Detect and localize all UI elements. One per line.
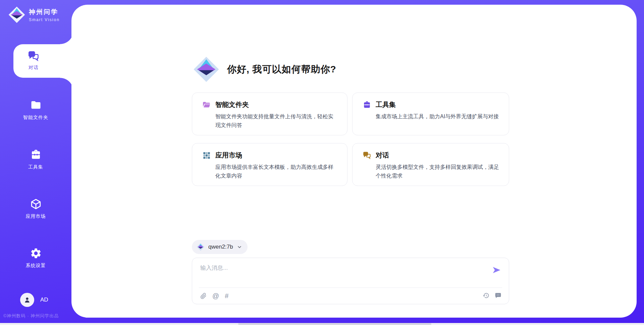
message-composer: @ # (192, 258, 509, 304)
greeting-title: 你好, 我可以如何帮助你? (227, 63, 336, 76)
history-button[interactable] (483, 292, 489, 299)
scrollbar-thumb[interactable] (238, 323, 431, 325)
card-description: 灵活切换多模型文件，支持多样回复效果调试，满足个性化需求 (376, 163, 500, 180)
person-icon (23, 296, 31, 304)
card-description: 集成市场上主流工具，助力AI与外界无缝扩展与对接 (376, 112, 500, 121)
sidebar: 神州问学 Smart Vision 对话 智能文件夹 工具集 应用市场 (0, 0, 71, 325)
feature-cards: 智能文件夹 智能文件夹功能支持批量文件上传与清洗，轻松实现文件问答 工具集 集成… (192, 92, 509, 186)
folder-icon (30, 99, 42, 111)
sidebar-item-label: 工具集 (28, 164, 43, 170)
card-description: 应用市场提供丰富长文本模板，助力高效生成多样化文章内容 (215, 163, 338, 180)
mention-icon: @ (212, 292, 219, 300)
app-logo-icon (8, 6, 25, 23)
send-icon (492, 265, 501, 275)
card-title: 工具集 (376, 100, 396, 109)
conversation-button[interactable] (495, 292, 501, 299)
card-title: 对话 (376, 151, 389, 160)
attachment-button[interactable] (200, 293, 207, 299)
composer-divider (199, 287, 502, 288)
briefcase-icon (363, 101, 371, 109)
topic-button[interactable]: # (225, 292, 228, 300)
send-button[interactable] (491, 265, 501, 275)
card-smart-folders[interactable]: 智能文件夹 智能文件夹功能支持批量文件上传与清洗，轻松实现文件问答 (192, 92, 347, 135)
mention-button[interactable]: @ (212, 292, 219, 300)
sidebar-item-toolset[interactable]: 工具集 (0, 149, 71, 170)
hash-icon: # (225, 292, 228, 300)
model-logo-icon (197, 243, 205, 251)
folder-open-icon (202, 101, 211, 109)
cube-icon (30, 198, 42, 210)
card-toolset[interactable]: 工具集 集成市场上主流工具，助力AI与外界无缝扩展与对接 (352, 92, 509, 135)
model-name: qwen2:7b (208, 244, 233, 250)
sidebar-item-label: 系统设置 (26, 263, 46, 268)
sidebar-item-label: 对话 (13, 65, 54, 71)
sidebar-item-settings[interactable]: 系统设置 (0, 247, 71, 269)
card-chat[interactable]: 对话 灵活切换多模型文件，支持多样回复效果调试，满足个性化需求 (352, 143, 509, 186)
message-input[interactable] (200, 264, 475, 284)
sidebar-item-chat[interactable]: 对话 (13, 44, 73, 78)
main-content: 你好, 我可以如何帮助你? 智能文件夹 智能文件夹功能支持批量文件上传与清洗，轻… (71, 5, 637, 318)
assistant-logo-icon (193, 55, 220, 84)
chat-bubbles-icon (363, 151, 371, 160)
sidebar-item-label: 智能文件夹 (23, 115, 48, 120)
model-selector[interactable]: qwen2:7b (192, 240, 248, 254)
speech-bubble-icon (495, 292, 501, 299)
history-icon (483, 292, 489, 299)
briefcase-icon (30, 149, 42, 161)
gear-icon (30, 247, 42, 259)
chevron-down-icon (237, 244, 242, 250)
user-name: AD (40, 297, 48, 303)
card-app-market[interactable]: 应用市场 应用市场提供丰富长文本模板，助力高效生成多样化文章内容 (192, 143, 347, 186)
card-title: 应用市场 (215, 151, 242, 160)
card-title: 智能文件夹 (215, 100, 249, 109)
copyright-text: ©神州数码 · 神州问学出品 (3, 313, 59, 319)
app-logo: 神州问学 Smart Vision (8, 6, 60, 23)
paperclip-icon (200, 293, 207, 299)
sidebar-item-smart-folders[interactable]: 智能文件夹 (0, 99, 71, 121)
greeting: 你好, 我可以如何帮助你? (193, 55, 336, 84)
chat-bubbles-icon (28, 50, 40, 62)
app-name: 神州问学 (29, 8, 60, 16)
grid-icon (202, 151, 211, 160)
app-subtitle: Smart Vision (29, 17, 60, 22)
sidebar-item-app-market[interactable]: 应用市场 (0, 198, 71, 219)
sidebar-item-label: 应用市场 (26, 213, 46, 219)
avatar (20, 293, 34, 307)
horizontal-scrollbar[interactable] (0, 323, 644, 325)
card-description: 智能文件夹功能支持批量文件上传与清洗，轻松实现文件问答 (215, 112, 338, 129)
user-profile[interactable]: AD (20, 293, 48, 307)
